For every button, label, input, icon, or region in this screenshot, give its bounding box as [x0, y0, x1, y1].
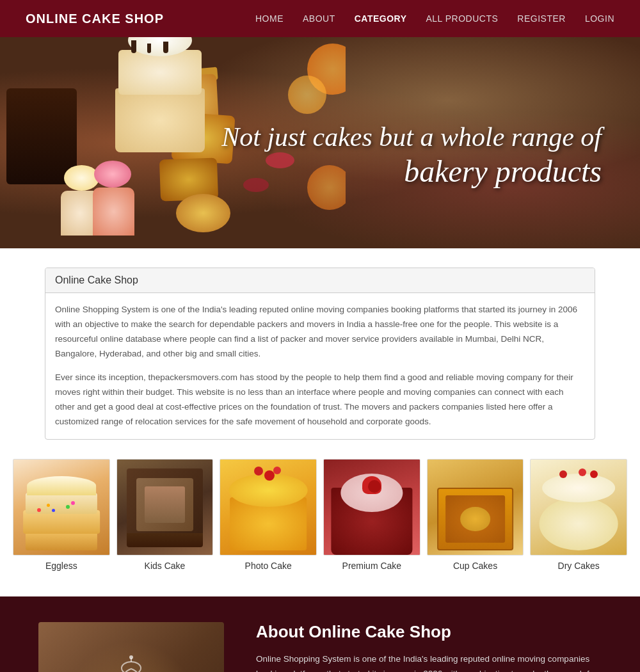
about-right-para1: Online Shopping System is one of the Ind… — [256, 652, 602, 672]
deco-cupcakes — [61, 140, 144, 236]
deco-big-cake — [115, 50, 205, 152]
about-section: Online Cake Shop Online Shopping System … — [32, 268, 608, 440]
cake-visual-cup — [428, 460, 524, 556]
about-box-body: Online Shopping System is one of the Ind… — [45, 293, 595, 439]
product-photo[interactable]: Photo Cake — [220, 459, 317, 572]
product-premium[interactable]: Premium Cake — [323, 459, 420, 572]
product-label-kids: Kids Cake — [116, 561, 214, 571]
hero-line1: Not just cakes but a whole range of — [221, 121, 602, 153]
site-title: ONLINE CAKE SHOP — [26, 12, 164, 26]
product-label-eggless: Eggless — [13, 561, 110, 571]
hero-line2: bakery products — [221, 153, 602, 190]
cake-visual-premium — [324, 460, 420, 556]
product-cup[interactable]: Cup Cakes — [427, 459, 524, 572]
svg-point-0 — [122, 662, 141, 672]
cake-visual-photo — [220, 460, 316, 556]
product-img-dry — [530, 459, 627, 556]
product-label-dry: Dry Cakes — [530, 561, 627, 571]
product-label-cup: Cup Cakes — [427, 561, 524, 571]
product-img-eggless — [13, 459, 110, 556]
about-para2: Ever since its inception, thepackersmove… — [55, 371, 585, 429]
product-img-photo — [220, 459, 317, 556]
nav-all-products[interactable]: ALL PRODUCTS — [426, 13, 499, 24]
nav-register[interactable]: REGISTER — [517, 13, 566, 24]
cake-visual-dry — [531, 460, 627, 556]
nav-home[interactable]: HOME — [255, 13, 284, 24]
svg-point-2 — [129, 655, 133, 659]
hero-text: Not just cakes but a whole range of bake… — [221, 95, 640, 190]
about-right-section: About Online Cake Shop Online Shopping S… — [256, 622, 602, 672]
cupcake-section: Sweet Cupcake - Made with love - About O… — [0, 596, 640, 672]
nav-category[interactable]: CATEGORY — [355, 13, 407, 24]
about-right-title: About Online Cake Shop — [256, 622, 602, 642]
product-img-cup — [427, 459, 524, 556]
cupcake-image-box: Sweet Cupcake - Made with love - — [38, 622, 224, 672]
product-kids[interactable]: Kids Cake — [116, 459, 214, 572]
nav-about[interactable]: ABOUT — [303, 13, 335, 24]
hero-banner: Not just cakes but a whole range of bake… — [0, 37, 640, 248]
products-section: Eggless Kids Cake — [6, 459, 634, 572]
nav-login[interactable]: LOGIN — [585, 13, 614, 24]
products-grid: Eggless Kids Cake — [13, 459, 627, 572]
product-eggless[interactable]: Eggless — [13, 459, 110, 572]
product-label-premium: Premium Cake — [323, 561, 420, 571]
main-nav: HOME ABOUT CATEGORY ALL PRODUCTS REGISTE… — [255, 13, 614, 24]
product-img-kids — [116, 459, 214, 556]
cake-visual-eggless — [13, 460, 109, 556]
about-box: Online Cake Shop Online Shopping System … — [45, 268, 595, 440]
product-label-photo: Photo Cake — [220, 561, 317, 571]
product-img-premium — [323, 459, 420, 556]
about-para1: Online Shopping System is one of the Ind… — [55, 303, 585, 362]
about-box-title: Online Cake Shop — [45, 268, 595, 293]
site-header: ONLINE CAKE SHOP HOME ABOUT CATEGORY ALL… — [0, 0, 640, 37]
product-dry[interactable]: Dry Cakes — [530, 459, 627, 572]
cupcake-icon — [106, 653, 157, 672]
cake-visual-kids — [117, 460, 213, 556]
